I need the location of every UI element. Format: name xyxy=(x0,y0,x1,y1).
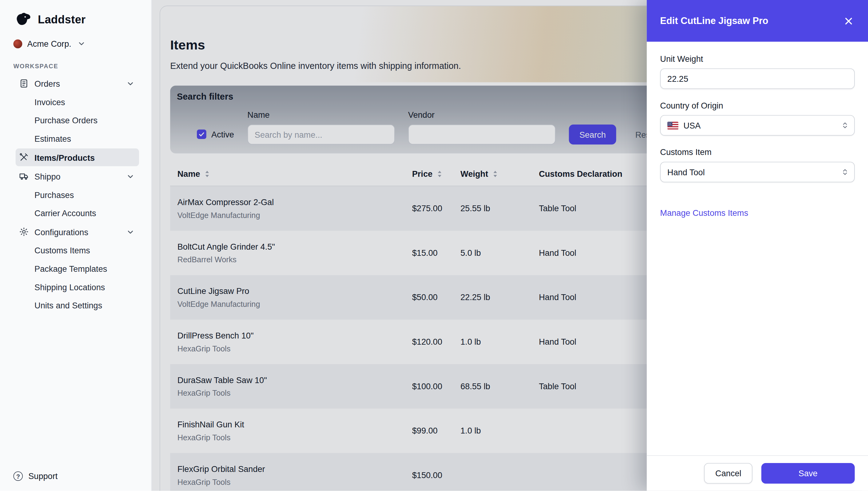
sidebar-item-support[interactable]: ? Support xyxy=(0,461,151,491)
column-header-name[interactable]: Name xyxy=(170,164,412,186)
item-name[interactable]: DrillPress Bench 10" xyxy=(177,330,412,340)
drawer-title: Edit CutLine Jigsaw Pro xyxy=(660,16,768,26)
item-price: $150.00 xyxy=(412,453,460,491)
question-mark-icon: ? xyxy=(13,471,23,481)
customs-item-select[interactable]: Hand Tool xyxy=(660,162,855,182)
app-name: Laddster xyxy=(38,13,86,26)
item-name[interactable]: DuraSaw Table Saw 10" xyxy=(177,375,412,384)
item-weight: 1.0 lb xyxy=(460,408,539,453)
item-price: $99.00 xyxy=(412,408,460,453)
item-price: $50.00 xyxy=(412,275,460,319)
name-filter-label: Name xyxy=(247,110,395,120)
item-name[interactable]: BoltCut Angle Grinder 4.5" xyxy=(177,242,412,251)
usa-flag-icon xyxy=(668,121,678,129)
sidebar-item-orders[interactable]: Orders xyxy=(16,75,139,92)
sidebar-item-estimates[interactable]: Estimates xyxy=(16,130,139,147)
sidebar-item-label: Shippo xyxy=(34,172,60,181)
item-vendor: HexaGrip Tools xyxy=(177,433,412,442)
chevron-down-icon xyxy=(126,172,134,180)
sidebar-item-invoices[interactable]: Invoices xyxy=(16,93,139,111)
org-switcher[interactable]: Acme Corp. xyxy=(0,32,151,51)
active-filter[interactable]: Active xyxy=(197,129,234,139)
country-of-origin-field: Country of Origin USA xyxy=(660,100,855,136)
drawer-footer: Cancel Save xyxy=(647,455,868,491)
manage-customs-items-link[interactable]: Manage Customs Items xyxy=(660,208,748,218)
item-name[interactable]: FinishNail Gun Kit xyxy=(177,420,412,429)
country-select[interactable]: USA xyxy=(660,115,855,136)
item-weight xyxy=(460,453,539,491)
sidebar: Laddster Acme Corp. WORKSPACE Orders Inv… xyxy=(0,0,152,491)
sidebar-item-units-and-settings[interactable]: Units and Settings xyxy=(16,297,139,314)
item-name[interactable]: CutLine Jigsaw Pro xyxy=(177,286,412,295)
sidebar-item-customs-items[interactable]: Customs Items xyxy=(16,242,139,259)
sidebar-nav: Orders Invoices Purchase Orders Estimate… xyxy=(0,74,151,315)
sidebar-item-carrier-accounts[interactable]: Carrier Accounts xyxy=(16,204,139,222)
name-filter-field: Name xyxy=(247,110,395,145)
country-of-origin-label: Country of Origin xyxy=(660,100,855,110)
chevron-down-icon xyxy=(78,39,86,48)
workspace-section-label: WORKSPACE xyxy=(0,51,151,74)
sidebar-item-purchase-orders[interactable]: Purchase Orders xyxy=(16,112,139,129)
orders-icon xyxy=(19,78,29,89)
customs-item-select-value: Hand Tool xyxy=(668,167,705,177)
app-window: Laddster Acme Corp. WORKSPACE Orders Inv… xyxy=(0,0,868,491)
chevron-down-icon xyxy=(126,228,134,236)
sidebar-item-purchases[interactable]: Purchases xyxy=(16,186,139,204)
sidebar-item-configurations[interactable]: Configurations xyxy=(16,223,139,241)
vendor-filter-field: Vendor xyxy=(408,110,556,145)
column-header-price[interactable]: Price xyxy=(412,164,460,186)
sidebar-item-label: Orders xyxy=(34,79,60,88)
name-filter-input[interactable] xyxy=(247,124,395,145)
unit-weight-input[interactable] xyxy=(660,68,855,89)
item-vendor: HexaGrip Tools xyxy=(177,388,412,397)
shippo-icon xyxy=(19,171,29,181)
sidebar-item-package-templates[interactable]: Package Templates xyxy=(16,260,139,277)
active-label: Active xyxy=(211,129,234,139)
item-vendor: RedBarrel Works xyxy=(177,255,412,264)
customs-item-label: Customs Item xyxy=(660,147,855,157)
chevron-down-icon xyxy=(126,79,134,88)
drawer-body: Unit Weight Country of Origin USA Custom… xyxy=(647,42,868,455)
item-weight: 68.55 lb xyxy=(460,364,539,408)
item-weight: 22.25 lb xyxy=(460,275,539,319)
active-checkbox[interactable] xyxy=(197,129,206,139)
sidebar-item-label: Configurations xyxy=(34,227,88,237)
sort-icon[interactable] xyxy=(492,170,498,178)
checkbox-check-icon xyxy=(198,131,205,138)
item-name[interactable]: FlexGrip Orbital Sander xyxy=(177,464,412,473)
item-price: $15.00 xyxy=(412,230,460,275)
app-logo-icon xyxy=(13,11,32,28)
support-label: Support xyxy=(28,471,57,481)
item-vendor: HexaGrip Tools xyxy=(177,344,412,353)
item-price: $120.00 xyxy=(412,319,460,364)
items-products-icon xyxy=(19,152,29,162)
close-icon xyxy=(843,16,854,26)
sidebar-item-shipping-locations[interactable]: Shipping Locations xyxy=(16,279,139,296)
item-vendor: HexaGrip Tools xyxy=(177,477,412,486)
select-stepper-icon xyxy=(842,168,849,176)
sidebar-item-items-products[interactable]: Items/Products xyxy=(16,148,139,166)
save-button[interactable]: Save xyxy=(761,463,855,484)
close-drawer-button[interactable] xyxy=(842,15,855,27)
edit-item-drawer: Edit CutLine Jigsaw Pro Unit Weight Coun… xyxy=(647,0,868,491)
sidebar-item-label: Items/Products xyxy=(34,152,95,162)
sort-icon[interactable] xyxy=(204,170,210,178)
customs-item-field: Customs Item Hand Tool xyxy=(660,147,855,182)
country-select-value: USA xyxy=(683,120,701,130)
column-header-weight[interactable]: Weight xyxy=(460,164,539,186)
vendor-filter-input[interactable] xyxy=(408,124,556,145)
item-weight: 25.55 lb xyxy=(460,186,539,231)
sidebar-item-shippo[interactable]: Shippo xyxy=(16,167,139,185)
drawer-header: Edit CutLine Jigsaw Pro xyxy=(647,0,868,42)
sort-icon[interactable] xyxy=(437,170,443,178)
app-logo[interactable]: Laddster xyxy=(0,0,151,32)
select-stepper-icon xyxy=(842,121,849,129)
item-name[interactable]: AirMax Compressor 2-Gal xyxy=(177,197,412,207)
item-vendor: VoltEdge Manufacturing xyxy=(177,299,412,308)
gear-icon xyxy=(19,227,29,237)
cancel-button[interactable]: Cancel xyxy=(704,463,752,484)
item-weight: 1.0 lb xyxy=(460,319,539,364)
item-price: $275.00 xyxy=(412,186,460,231)
org-name: Acme Corp. xyxy=(27,39,72,49)
search-button[interactable]: Search xyxy=(569,124,616,145)
